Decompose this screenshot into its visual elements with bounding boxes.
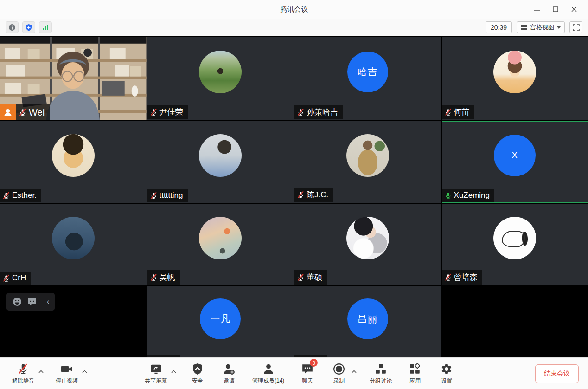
mic-muted-icon bbox=[150, 273, 158, 281]
meeting-info-icon[interactable] bbox=[6, 21, 19, 33]
participant-avatar bbox=[493, 217, 536, 259]
participant-name-tag: 一凡 bbox=[147, 355, 180, 357]
participant-avatar: X bbox=[494, 135, 536, 176]
record-button[interactable]: 录制 bbox=[331, 362, 347, 385]
apps-grid-icon bbox=[409, 362, 421, 375]
participant-avatar bbox=[199, 134, 242, 177]
record-circle-icon bbox=[333, 362, 345, 375]
participant-name-tag: 孙策哈吉 bbox=[294, 105, 343, 119]
share-screen-button[interactable]: 共享屏幕 bbox=[145, 362, 167, 385]
breakout-rooms-button[interactable]: 分组讨论 bbox=[370, 362, 392, 385]
chevron-up-icon[interactable] bbox=[82, 367, 87, 375]
participant-tile[interactable]: 一凡 一凡 bbox=[147, 286, 294, 357]
mic-muted-icon bbox=[150, 108, 158, 116]
participant-tile[interactable]: 曾培森 bbox=[442, 204, 588, 285]
participant-avatar bbox=[346, 217, 389, 259]
divider bbox=[42, 297, 42, 306]
unmute-button[interactable]: 解除静音 bbox=[12, 362, 34, 385]
close-button[interactable] bbox=[565, 0, 583, 19]
collapse-chevron-icon[interactable]: ‹ bbox=[47, 298, 49, 305]
grid-view-icon bbox=[521, 24, 527, 31]
emoji-icon[interactable] bbox=[12, 297, 22, 307]
participant-avatar bbox=[346, 134, 389, 177]
participant-avatar bbox=[52, 217, 95, 259]
mic-muted-icon bbox=[444, 108, 452, 116]
toolbar-right-group: 结束会议 bbox=[535, 364, 579, 383]
participant-name: 一凡 bbox=[160, 357, 175, 357]
participant-name-tag: 陈J.C. bbox=[294, 188, 333, 202]
participant-name: XuZeming bbox=[454, 191, 490, 200]
chat-bubble-icon[interactable] bbox=[27, 297, 37, 307]
participant-name: 董硕 bbox=[307, 272, 322, 283]
security-shield-icon[interactable] bbox=[22, 21, 35, 33]
participant-avatar bbox=[52, 134, 95, 177]
manage-members-button[interactable]: 管理成员(14) bbox=[252, 362, 284, 385]
mic-muted-icon bbox=[444, 273, 452, 281]
participant-tile[interactable]: 何苗 bbox=[442, 37, 588, 120]
participant-avatar bbox=[199, 51, 242, 93]
participant-tile-active-speaker[interactable]: X XuZeming bbox=[442, 121, 588, 203]
chevron-up-icon[interactable] bbox=[352, 367, 357, 375]
participant-name-tag: 昌丽 bbox=[294, 355, 327, 357]
participant-name: Wei bbox=[29, 107, 45, 118]
participant-tile-wei[interactable]: Wei bbox=[0, 37, 147, 120]
toolbar-center-group: 共享屏幕 安全 邀请 管理成员(14) bbox=[145, 362, 455, 385]
chat-bubble-icon: 3 bbox=[301, 362, 313, 375]
mic-muted-icon bbox=[297, 191, 305, 199]
fullscreen-button[interactable] bbox=[569, 21, 582, 33]
mic-muted-icon bbox=[297, 108, 305, 116]
participant-name: 陈J.C. bbox=[307, 189, 328, 200]
status-left-icons bbox=[6, 21, 52, 33]
participant-name-tag: Wei bbox=[0, 104, 50, 120]
participant-tile[interactable]: 尹佳荣 bbox=[147, 37, 294, 120]
mic-muted-icon bbox=[2, 192, 10, 200]
participant-name: tttttting bbox=[160, 191, 183, 200]
participant-avatar: 昌丽 bbox=[347, 298, 388, 339]
participant-tile-camera-off[interactable] bbox=[442, 286, 588, 357]
participant-name-tag: 吴帆 bbox=[147, 270, 180, 285]
end-meeting-button[interactable]: 结束会议 bbox=[535, 364, 579, 383]
meeting-timer: 20:39 bbox=[486, 21, 512, 33]
security-button[interactable]: 安全 bbox=[189, 362, 206, 385]
participant-tile[interactable]: 吴帆 bbox=[147, 204, 294, 285]
participant-tile[interactable]: tttttting bbox=[147, 121, 294, 203]
participant-name-tag: 尹佳荣 bbox=[147, 105, 188, 119]
invite-person-icon bbox=[223, 362, 235, 375]
participant-name: 曾培森 bbox=[454, 272, 478, 283]
stop-video-button[interactable]: 停止视频 bbox=[56, 362, 78, 385]
participant-name-tag: 曾培森 bbox=[442, 270, 482, 285]
security-shield-icon bbox=[192, 362, 203, 375]
participant-grid: Wei 尹佳荣 哈吉 孙策哈吉 何苗 bbox=[0, 36, 588, 357]
maximize-button[interactable] bbox=[546, 0, 565, 19]
invite-button[interactable]: 邀请 bbox=[221, 362, 237, 385]
window-title: 腾讯会议 bbox=[280, 5, 308, 14]
minimize-button[interactable] bbox=[528, 0, 546, 19]
mic-muted-icon bbox=[17, 362, 29, 375]
window-controls bbox=[528, 0, 583, 19]
participant-tile[interactable]: Esther. bbox=[0, 121, 147, 203]
participant-name-tag: tttttting bbox=[147, 189, 188, 202]
participant-name-tag: 何苗 bbox=[442, 105, 474, 119]
camera-icon bbox=[60, 362, 73, 375]
mic-muted-icon bbox=[2, 274, 10, 282]
participant-name-tag: 董硕 bbox=[294, 270, 327, 285]
participant-tile[interactable]: 昌丽 昌丽 bbox=[294, 286, 441, 357]
participant-avatar bbox=[199, 217, 242, 259]
settings-button[interactable]: 设置 bbox=[438, 362, 455, 385]
network-signal-icon[interactable] bbox=[39, 21, 52, 33]
participant-name: 孙策哈吉 bbox=[307, 107, 338, 117]
layout-view-dropdown[interactable]: 宫格视图 bbox=[517, 21, 565, 33]
chevron-up-icon[interactable] bbox=[38, 367, 44, 375]
participant-tile[interactable]: CrH bbox=[0, 204, 147, 285]
apps-button[interactable]: 应用 bbox=[407, 362, 423, 385]
participant-name-tag: Esther. bbox=[0, 189, 41, 202]
chevron-up-icon[interactable] bbox=[171, 367, 176, 375]
share-screen-icon bbox=[150, 362, 162, 375]
participant-tile-camera-off[interactable]: ‹ bbox=[0, 286, 147, 357]
chat-button[interactable]: 3 聊天 bbox=[299, 362, 316, 385]
participant-tile[interactable]: 哈吉 孙策哈吉 bbox=[294, 37, 441, 120]
participant-avatar: 哈吉 bbox=[347, 52, 388, 92]
participant-tile[interactable]: 董硕 bbox=[294, 204, 441, 285]
participant-tile[interactable]: 陈J.C. bbox=[294, 121, 441, 203]
participant-name: 何苗 bbox=[454, 107, 470, 117]
